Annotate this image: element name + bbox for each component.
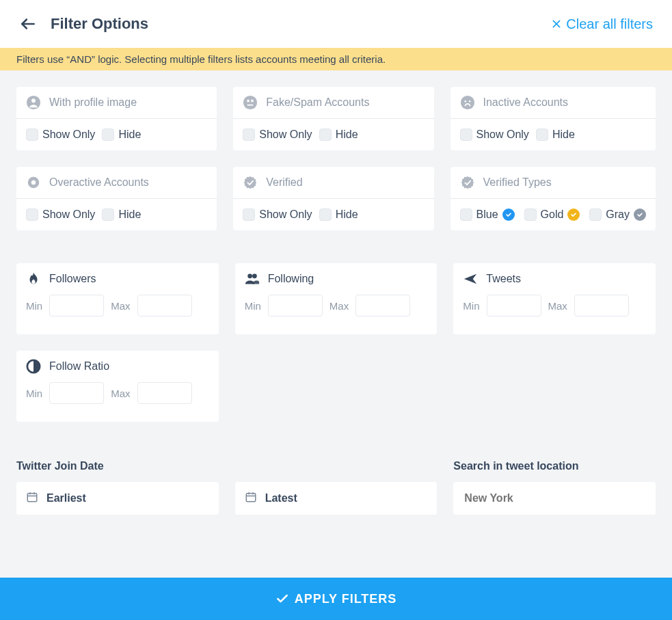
svg-rect-19 (27, 494, 37, 502)
checkbox[interactable] (589, 208, 602, 221)
max-label: Max (548, 300, 567, 312)
hide-option[interactable]: Hide (536, 129, 575, 141)
filter-card-verified-types: Verified Types Blue Gold (451, 167, 656, 230)
checkbox[interactable] (243, 208, 255, 221)
filter-label: With profile image (49, 96, 137, 109)
verified-icon (460, 175, 475, 190)
show-only-option[interactable]: Show Only (26, 129, 95, 141)
latest-date-input[interactable]: Latest (235, 482, 438, 515)
show-only-option[interactable]: Show Only (26, 208, 95, 221)
filter-card-follow-ratio: Follow Ratio Min Max (16, 351, 219, 422)
checkbox[interactable] (536, 129, 548, 141)
calendar-icon (245, 491, 257, 506)
svg-point-12 (464, 100, 466, 103)
min-label: Min (26, 388, 42, 399)
group-icon (245, 271, 260, 286)
filter-label: Verified Types (483, 176, 552, 189)
follow-ratio-max-input[interactable] (137, 382, 192, 404)
filter-label: Follow Ratio (49, 360, 109, 373)
location-section-title: Search in tweet location (453, 460, 656, 472)
min-label: Min (463, 300, 479, 312)
page-title: Filter Options (51, 15, 148, 33)
hide-option[interactable]: Hide (319, 129, 358, 141)
hide-option[interactable]: Hide (102, 129, 141, 141)
checkbox[interactable] (460, 208, 472, 221)
gear-badge-icon (26, 175, 41, 190)
filter-card-fake-spam: Fake/Spam Accounts Show Only Hide (233, 87, 433, 150)
filter-card-tweets: Tweets Min Max (453, 263, 656, 334)
filter-label: Verified (266, 176, 302, 189)
follow-ratio-min-input[interactable] (49, 382, 104, 404)
followers-min-input[interactable] (49, 295, 104, 316)
svg-point-5 (243, 96, 257, 109)
checkbox[interactable] (243, 129, 255, 141)
svg-point-17 (252, 273, 257, 278)
filter-card-following: Following Min Max (235, 263, 438, 334)
verified-type-gold-option[interactable]: Gold (524, 208, 580, 221)
filter-card-inactive: Inactive Accounts Show Only Hide (451, 87, 656, 150)
max-label: Max (330, 300, 349, 312)
apply-filters-button[interactable]: APPLY FILTERS (0, 578, 672, 620)
filter-card-overactive: Overactive Accounts Show Only Hide (16, 167, 217, 230)
calendar-icon (26, 491, 38, 506)
tweets-max-input[interactable] (574, 295, 629, 316)
filter-label: Tweets (486, 273, 521, 285)
checkbox[interactable] (26, 208, 38, 221)
check-icon (275, 592, 289, 606)
checkbox[interactable] (319, 208, 332, 221)
verified-type-gray-option[interactable]: Gray (589, 208, 646, 221)
following-min-input[interactable] (268, 295, 323, 316)
max-label: Max (111, 300, 130, 312)
close-icon (551, 18, 562, 29)
show-only-option[interactable]: Show Only (243, 208, 312, 221)
location-input[interactable] (463, 491, 646, 505)
arrow-left-icon (19, 15, 37, 33)
svg-point-15 (31, 180, 36, 185)
filter-card-verified: Verified Show Only Hide (233, 167, 433, 230)
filter-label: Inactive Accounts (483, 96, 569, 109)
checkbox[interactable] (319, 129, 332, 141)
filter-card-profile-image: With profile image Show Only Hide (16, 87, 217, 150)
blue-check-badge-icon (502, 208, 515, 221)
gold-check-badge-icon (567, 208, 580, 221)
show-only-option[interactable]: Show Only (243, 129, 312, 141)
earliest-date-input[interactable]: Earliest (16, 482, 219, 515)
verified-icon (243, 175, 258, 190)
min-label: Min (245, 300, 261, 312)
join-date-section-title: Twitter Join Date (16, 460, 219, 472)
checkbox[interactable] (102, 208, 114, 221)
earliest-date-label: Earliest (46, 492, 86, 504)
clear-all-filters-label: Clear all filters (566, 16, 653, 32)
face-sad-icon (460, 95, 475, 110)
hide-option[interactable]: Hide (319, 208, 358, 221)
filter-label: Followers (49, 273, 96, 285)
filter-label: Fake/Spam Accounts (266, 96, 369, 109)
svg-rect-23 (246, 494, 256, 502)
followers-max-input[interactable] (137, 295, 192, 316)
flame-icon (26, 271, 41, 286)
checkbox[interactable] (460, 129, 472, 141)
verified-type-blue-option[interactable]: Blue (460, 208, 515, 221)
svg-point-13 (468, 100, 470, 103)
tweets-min-input[interactable] (487, 295, 541, 316)
svg-point-4 (31, 98, 36, 103)
checkbox[interactable] (26, 129, 38, 141)
svg-point-16 (247, 273, 252, 278)
info-banner: Filters use “AND” logic. Selecting multi… (0, 48, 672, 70)
checkbox[interactable] (524, 208, 537, 221)
filter-label: Following (268, 273, 314, 285)
apply-filters-label: APPLY FILTERS (295, 592, 397, 606)
max-label: Max (111, 388, 130, 399)
show-only-option[interactable]: Show Only (460, 129, 529, 141)
back-button[interactable] (19, 15, 37, 33)
svg-point-11 (460, 96, 474, 109)
following-max-input[interactable] (355, 295, 410, 316)
checkbox[interactable] (102, 129, 114, 141)
circle-half-icon (26, 359, 41, 374)
latest-date-label: Latest (265, 492, 297, 504)
clear-all-filters-button[interactable]: Clear all filters (551, 16, 653, 32)
filter-label: Overactive Accounts (49, 176, 149, 189)
min-label: Min (26, 300, 42, 312)
user-circle-icon (26, 95, 41, 110)
hide-option[interactable]: Hide (102, 208, 141, 221)
